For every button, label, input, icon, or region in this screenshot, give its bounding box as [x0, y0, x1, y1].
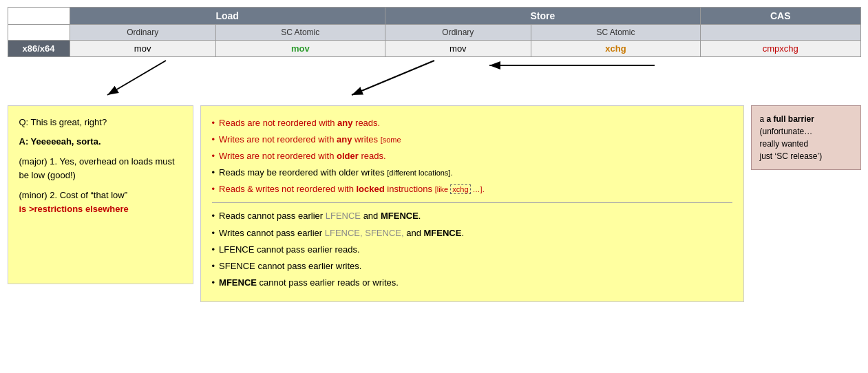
- load-sc-value: mov: [291, 43, 310, 54]
- header-store-ord: Ordinary: [385, 25, 531, 41]
- bullet-b1: Reads cannot pass earlier LFENCE and MFE…: [212, 209, 732, 224]
- cas-cell: cmpxchg: [700, 41, 860, 57]
- pink-line2: (unfortunate…: [760, 125, 852, 138]
- header-sub-empty: [8, 25, 70, 41]
- divider: [212, 202, 732, 203]
- left-line4: (minor) 2. Cost of “that low”: [19, 189, 182, 202]
- left-line3: (major) 1. Yes, overhead on loads must b…: [19, 155, 182, 182]
- bullet-black-1: Reads may be reordered with older writes…: [212, 165, 732, 180]
- left-yellow-box: Q: This is great, right? A: Yeeeeeah, so…: [8, 105, 193, 284]
- pink-line4: just ‘SC release’): [760, 150, 852, 162]
- header-cas: CAS: [700, 8, 860, 25]
- bullet-b2: Writes cannot pass earlier LFENCE, SFENC…: [212, 226, 732, 241]
- bullet-red-2: Writes are not reordered with any writes…: [212, 132, 732, 147]
- left-line1: Q: This is great, right?: [19, 116, 182, 129]
- pink-line1: a a full barrier: [760, 113, 852, 125]
- load-ord-cell: mov: [70, 41, 215, 57]
- main-table: Load Store CAS Ordinary SC Atomic Ordina…: [8, 7, 861, 57]
- boxes-row: Q: This is great, right? A: Yeeeeeah, so…: [8, 105, 861, 302]
- bullet-b4: SFENCE cannot pass earlier writes.: [212, 259, 732, 274]
- svg-line-2: [352, 61, 434, 95]
- header-store-sc: SC Atomic: [531, 25, 700, 41]
- store-sc-cell: xchg: [531, 41, 700, 57]
- bullet-red-locked: Reads & writes not reordered with locked…: [212, 182, 732, 197]
- svg-line-1: [107, 61, 166, 95]
- header-load-sc: SC Atomic: [215, 25, 385, 41]
- cas-value: cmpxchg: [763, 43, 798, 54]
- pink-box: a a full barrier (unfortunate… really wa…: [751, 105, 861, 170]
- right-yellow-box: Reads are not reordered with any reads. …: [200, 105, 744, 302]
- header-empty: [8, 8, 70, 25]
- table-wrapper: Load Store CAS Ordinary SC Atomic Ordina…: [8, 7, 861, 105]
- bullet-red-1: Reads are not reordered with any reads.: [212, 116, 732, 131]
- bullet-b3: LFENCE cannot pass earlier reads.: [212, 242, 732, 257]
- data-row: x86/x64 mov mov mov xchg cmpxchg: [8, 41, 860, 57]
- left-line2: A: Yeeeeeah, sorta.: [19, 135, 182, 149]
- left-line5: is >restrictions elsewhere: [19, 202, 182, 216]
- pink-line3: really wanted: [760, 138, 852, 150]
- header-sub-row: Ordinary SC Atomic Ordinary SC Atomic: [8, 25, 860, 41]
- header-cas-sub: [700, 25, 860, 41]
- arch-cell: x86/x64: [8, 41, 70, 57]
- bullet-b5: MFENCE cannot pass earlier reads or writ…: [212, 275, 732, 290]
- header-load: Load: [70, 8, 385, 25]
- store-ord-cell: mov: [385, 41, 531, 57]
- load-sc-cell: mov: [215, 41, 385, 57]
- header-load-ord: Ordinary: [70, 25, 215, 41]
- diagram-container: Load Store CAS Ordinary SC Atomic Ordina…: [8, 7, 861, 302]
- arrows-svg: [8, 57, 861, 105]
- header-store: Store: [385, 8, 700, 25]
- bullet-red-3: Writes are not reordered with older read…: [212, 149, 732, 164]
- header-top-row: Load Store CAS: [8, 8, 860, 25]
- store-sc-value: xchg: [605, 43, 626, 54]
